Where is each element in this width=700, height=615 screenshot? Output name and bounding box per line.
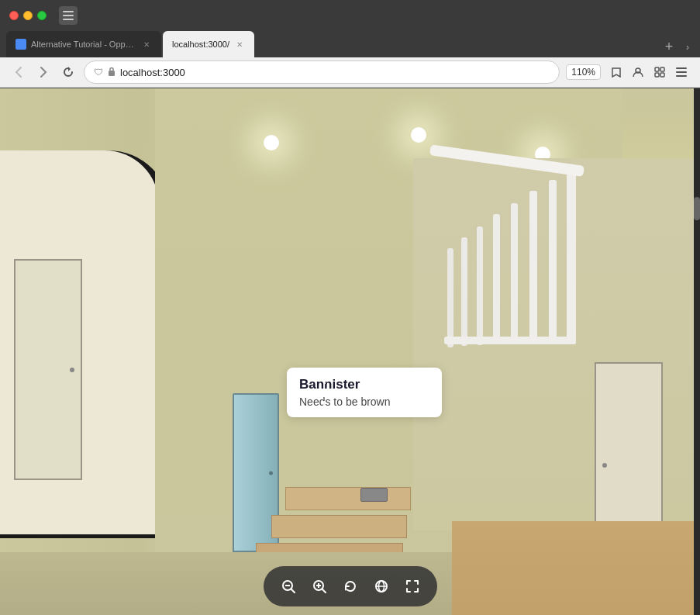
viewer-toolbar (264, 566, 437, 606)
left-door (14, 259, 82, 480)
vent (360, 488, 388, 502)
maximize-button[interactable] (37, 11, 47, 20)
bracket-tr (315, 373, 326, 384)
browser-content: Bannister Needs to be brown (0, 88, 700, 615)
bookmark-icon[interactable] (607, 63, 626, 81)
new-tab-button[interactable]: + (658, 36, 680, 57)
tab-alternative-tutorial[interactable]: Alternative Tutorial - Oppkey Ri... ✕ (6, 31, 161, 57)
fullscreen-button[interactable] (398, 572, 426, 600)
address-bar: 🛡 localhost:3000 110% (0, 57, 700, 88)
svg-line-18 (322, 589, 326, 593)
svg-rect-2 (63, 19, 74, 20)
svg-rect-7 (655, 73, 659, 77)
close-button[interactable] (9, 11, 19, 20)
railing-post-6 (477, 226, 483, 345)
right-floor-wood (452, 521, 700, 615)
rotate-button[interactable] (336, 572, 364, 600)
scrollbar[interactable] (694, 88, 700, 615)
annotation-marker[interactable]: Bannister Needs to be brown (287, 368, 442, 417)
railing-post-5 (493, 214, 500, 344)
svg-rect-3 (109, 71, 115, 76)
svg-rect-5 (655, 67, 659, 71)
step-2 (271, 515, 407, 538)
svg-rect-6 (660, 67, 664, 71)
svg-rect-10 (676, 71, 687, 73)
address-bar-actions (607, 63, 691, 81)
svg-rect-8 (660, 73, 664, 77)
tab-label-1: Alternative Tutorial - Oppkey Ri... (31, 40, 136, 49)
door-knob (70, 368, 74, 372)
svg-line-14 (291, 589, 295, 593)
tab-close-1[interactable]: ✕ (141, 39, 152, 50)
bracket-br (315, 401, 326, 412)
browser-chrome: Alternative Tutorial - Oppkey Ri... ✕ lo… (0, 0, 700, 88)
svg-rect-1 (63, 15, 74, 16)
svg-rect-0 (63, 11, 74, 12)
bottom-rail (444, 337, 576, 344)
shield-icon: 🛡 (94, 67, 103, 78)
zoom-badge[interactable]: 110% (566, 64, 601, 80)
railing-post-1 (567, 166, 576, 344)
tab-chevron[interactable]: › (681, 37, 694, 57)
zoom-in-button[interactable] (305, 572, 333, 600)
back-button[interactable] (9, 63, 28, 81)
traffic-lights (9, 11, 47, 20)
right-door-knob (602, 463, 607, 468)
crosshair-bracket (287, 373, 326, 412)
forward-button[interactable] (34, 63, 53, 81)
tab-localhost[interactable]: localhost:3000/ ✕ (163, 31, 254, 57)
railing-post-7 (461, 237, 467, 346)
railing-post-2 (549, 180, 557, 343)
lock-icon (108, 67, 116, 78)
minimize-button[interactable] (23, 11, 33, 20)
extensions-icon[interactable] (650, 63, 669, 81)
sidebar-toggle[interactable] (59, 6, 78, 25)
svg-rect-11 (676, 75, 687, 77)
gyroscope-button[interactable] (367, 572, 395, 600)
svg-rect-9 (676, 67, 687, 69)
url-box[interactable]: 🛡 localhost:3000 (84, 60, 560, 84)
reload-button[interactable] (59, 63, 78, 81)
railing-post-3 (529, 191, 537, 342)
tabs-bar: Alternative Tutorial - Oppkey Ri... ✕ lo… (0, 31, 700, 57)
blue-door-knob (269, 471, 273, 475)
menu-icon[interactable] (672, 63, 691, 81)
tab-close-2[interactable]: ✕ (234, 39, 245, 50)
railing-post-8 (447, 248, 453, 347)
step-3 (285, 487, 411, 510)
tab-label-2: localhost:3000/ (172, 40, 229, 49)
bracket-bl (287, 401, 298, 412)
ceiling-light-2 (411, 127, 426, 143)
ceiling-light-1 (264, 135, 279, 150)
zoom-out-button[interactable] (274, 572, 302, 600)
profile-icon[interactable] (629, 63, 647, 81)
scrollbar-thumb[interactable] (694, 197, 700, 220)
tab-favicon-1 (16, 39, 26, 50)
title-bar (0, 0, 700, 31)
url-text: localhost:3000 (120, 67, 550, 78)
railing-post-4 (511, 203, 518, 343)
room-view[interactable]: Bannister Needs to be brown (0, 88, 700, 615)
bracket-tl (287, 373, 298, 384)
